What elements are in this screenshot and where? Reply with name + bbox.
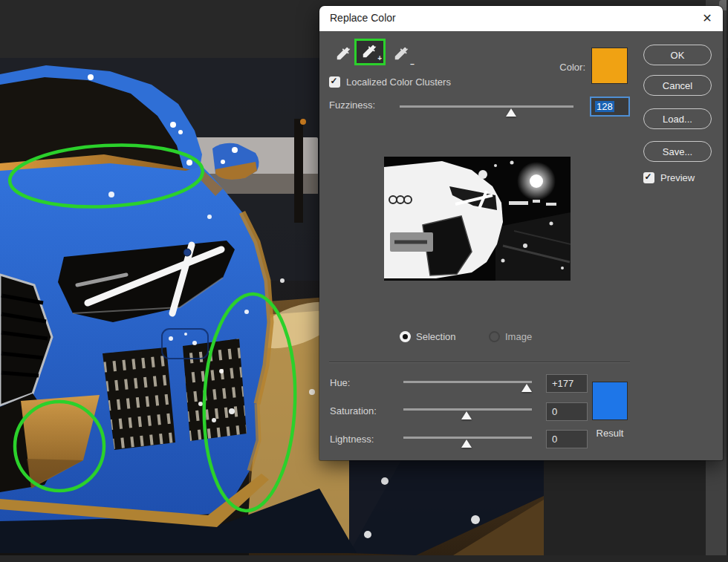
hue-slider-track[interactable]	[403, 381, 532, 383]
fuzziness-slider-thumb[interactable]	[506, 108, 516, 117]
eyedropper-icon	[335, 45, 351, 62]
cancel-button[interactable]: Cancel	[643, 75, 712, 96]
saturation-value: 0	[552, 406, 557, 417]
preview-label: Preview	[660, 172, 695, 183]
lightness-value: 0	[552, 434, 557, 445]
result-label: Result	[592, 428, 628, 439]
hue-input[interactable]: +177	[546, 374, 588, 393]
localized-clusters-checkbox[interactable]	[329, 76, 340, 88]
saturation-input[interactable]: 0	[546, 402, 588, 421]
fuzziness-label: Fuzziness:	[329, 99, 375, 111]
load-button[interactable]: Load...	[643, 108, 712, 129]
color-label: Color:	[542, 62, 585, 73]
eyedropper-add-tool[interactable]: +	[354, 39, 386, 65]
eyedropper-subtract-tool[interactable]: −	[389, 41, 416, 69]
fuzziness-input[interactable]: 128	[590, 97, 630, 117]
dialog-titlebar[interactable]: Replace Color ✕	[319, 6, 723, 31]
localized-clusters-label: Localized Color Clusters	[346, 76, 451, 88]
hue-value: +177	[552, 378, 573, 389]
ok-button[interactable]: OK	[643, 45, 712, 65]
hue-slider-thumb[interactable]	[521, 384, 532, 392]
preview-checkbox[interactable]	[643, 172, 654, 183]
fuzziness-value: 128	[595, 101, 614, 112]
eyedropper-plus-icon	[361, 43, 377, 59]
image-radio[interactable]	[489, 331, 500, 342]
close-icon[interactable]: ✕	[699, 10, 715, 27]
hue-slider[interactable]	[403, 379, 532, 393]
saturation-label: Saturation:	[330, 405, 377, 416]
eyedropper-minus-icon	[393, 45, 409, 62]
lightness-slider-thumb[interactable]	[461, 440, 472, 448]
canvas-bottom-area	[0, 555, 728, 562]
fuzziness-slider-track[interactable]	[400, 105, 573, 108]
saturation-slider-track[interactable]	[403, 408, 532, 411]
hue-label: Hue:	[330, 377, 350, 388]
image-radio-label: Image	[505, 331, 532, 342]
fuzziness-slider[interactable]	[400, 104, 573, 117]
plus-badge: +	[377, 54, 382, 62]
color-swatch[interactable]	[591, 48, 628, 84]
selection-radio[interactable]	[400, 331, 411, 342]
lightness-slider-track[interactable]	[403, 437, 532, 439]
lightness-slider[interactable]	[403, 435, 532, 448]
saturation-slider[interactable]	[403, 407, 532, 420]
minus-badge: −	[410, 60, 415, 68]
lightness-input[interactable]: 0	[546, 430, 588, 448]
section-divider	[329, 362, 630, 363]
save-button[interactable]: Save...	[643, 141, 712, 162]
replace-color-dialog: Replace Color ✕ + − Localized Color Clus…	[319, 6, 723, 460]
dialog-title: Replace Color	[330, 12, 396, 24]
preview-thumbnail	[384, 157, 571, 281]
photoshop-canvas: Replace Color ✕ + − Localized Color Clus…	[0, 0, 728, 562]
selection-radio-label: Selection	[416, 331, 455, 342]
result-swatch[interactable]	[592, 382, 628, 420]
saturation-slider-thumb[interactable]	[461, 411, 472, 419]
lightness-label: Lightness:	[330, 434, 374, 445]
